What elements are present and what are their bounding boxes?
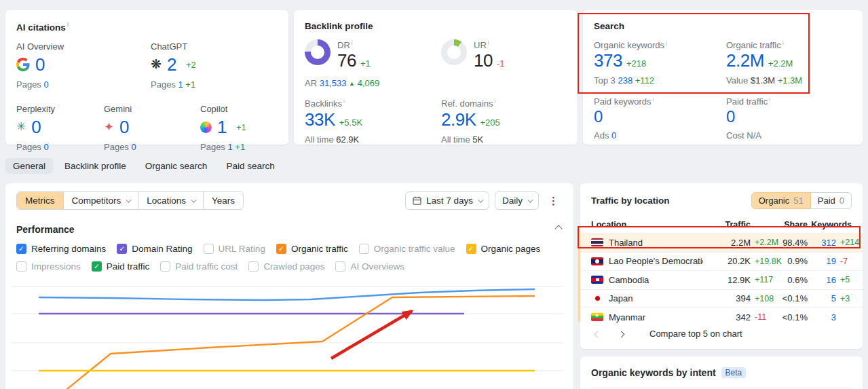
location-row-lao-people-s-democratic-reput[interactable]: Lao People's Democratic Reput20.2K+19.8K… (580, 252, 863, 271)
keywords-link[interactable]: 3 (808, 312, 836, 322)
paid-traffic-value: 0 (726, 107, 735, 126)
pages-count[interactable]: 0 (44, 142, 49, 152)
tab-backlink-profile[interactable]: Backlink profile (57, 158, 134, 174)
location-name: Cambodia (609, 275, 649, 285)
checkbox-label: Referring domains (31, 244, 106, 254)
checkbox-organic-traffic-value[interactable]: Organic traffic value (359, 244, 455, 254)
location-row-cambodia[interactable]: Cambodia12.9K+1170.6%16+5 (580, 270, 863, 289)
panel-title: Organic keywords by intent (591, 367, 716, 378)
location-name-cell: Thailand (591, 238, 703, 248)
ahrefs-rank: AR 31,533 ▲ 4,069 (305, 78, 441, 90)
traffic-delta: +117 (751, 275, 782, 284)
mm-flag-icon (591, 313, 603, 321)
organic-keywords-value[interactable]: 373 (594, 50, 622, 71)
segment-label: Years (212, 196, 235, 206)
ur-donut-chart (441, 39, 467, 65)
organic-keywords-metric: Organic keywordsi 373+218 Top 3 238 +112 (594, 39, 726, 86)
traffic-delta: +2.2M (751, 238, 782, 247)
location-table: Location Traffic Share Keywords Thailand… (591, 217, 852, 327)
keywords-link[interactable]: 16 (808, 275, 836, 285)
checked-checkbox-icon: ✓ (117, 244, 127, 254)
ai-item-chatgpt: ChatGPT ❋ 2 +2 Pages 1 +1 (151, 41, 196, 90)
copilot-icon (200, 122, 212, 133)
segment-label: Metrics (25, 196, 55, 206)
next-page-icon[interactable] (615, 326, 628, 341)
checkbox-domain-rating[interactable]: ✓Domain Rating (117, 244, 192, 254)
keywords-delta: +214 (836, 238, 852, 247)
tab-paid-search[interactable]: Paid search (219, 158, 282, 174)
segment-years[interactable]: Years (203, 192, 243, 209)
ads-count[interactable]: 0 (611, 130, 616, 141)
pages-count[interactable]: 0 (44, 79, 49, 90)
collapse-chevron-icon[interactable] (554, 225, 562, 232)
performance-panel: MetricsCompetitorsLocationsYears Last 7 … (5, 183, 573, 389)
segment-competitors[interactable]: Competitors (63, 192, 138, 209)
keywords-link[interactable]: 312 (808, 238, 836, 248)
beta-badge: Beta (721, 367, 747, 378)
info-icon: i (67, 21, 69, 28)
granularity-button[interactable]: Daily (495, 191, 539, 210)
location-row-myanmar[interactable]: Myanmar342-11<0.1%3 (580, 308, 863, 327)
up-triangle-icon: ▲ (349, 80, 355, 87)
segment-metrics[interactable]: Metrics (17, 192, 63, 209)
ai-item-perplexity: Perplexity ✳ 0 Pages 0 (16, 104, 104, 152)
segment-locations[interactable]: Locations (138, 192, 203, 209)
ai-item-gemini: Gemini ✦ 0 Pages 0 (104, 104, 200, 152)
checked-checkbox-icon: ✓ (466, 244, 476, 254)
chatgpt-icon: ❋ (151, 58, 162, 71)
filter-segmented-control: MetricsCompetitorsLocationsYears (16, 191, 244, 210)
info-icon: i (666, 39, 667, 46)
paid-traffic-metric: Paid traffici 0 Cost N/A (726, 96, 852, 140)
divider (591, 388, 852, 388)
pages-count[interactable]: 1 (178, 79, 183, 90)
traffic-value: 2.2M (703, 238, 751, 248)
backlinks-value[interactable]: 33K (305, 109, 335, 130)
th-flag-icon (591, 238, 603, 246)
ur-value: 10 (474, 50, 493, 71)
info-icon: i (495, 98, 496, 105)
organic-traffic-value[interactable]: 2.2M (726, 50, 764, 71)
ai-item-ai-overview: AI Overview 0 Pages 0 (16, 41, 151, 90)
card-title: AI citationsi (16, 21, 278, 33)
location-name: Thailand (609, 238, 643, 248)
ar-value[interactable]: 31,533 (320, 78, 347, 88)
top3-count[interactable]: 238 (618, 75, 633, 86)
organic-paid-toggle: Organic51 Paid0 (751, 192, 852, 209)
checkbox-organic-traffic[interactable]: ✓Organic traffic (276, 244, 348, 254)
pages-count[interactable]: 0 (132, 142, 136, 152)
location-name: Japan (609, 293, 633, 303)
location-row-thailand[interactable]: Thailand2.2M+2.2M98.4%312+214 (580, 233, 863, 252)
search-card: Search Organic keywordsi 373+218 Top 3 2… (583, 10, 863, 145)
traffic-delta: +19.8K (751, 257, 782, 266)
date-range-button[interactable]: Last 7 days (405, 191, 489, 210)
tab-general[interactable]: General (5, 158, 53, 174)
info-icon: i (352, 39, 353, 46)
organic-traffic-metric: Organic traffici 2.2M+2.2M Value $1.3M +… (726, 39, 852, 86)
info-icon: i (782, 39, 784, 46)
chevron-down-icon (191, 197, 196, 202)
backlinks-metric: Backlinksi 33K+5.5K All time 62.9K (305, 98, 441, 144)
ai-item-copilot: Copilot 1 +1 Pages 1 +1 (200, 104, 246, 152)
dr-value: 76 (337, 50, 356, 71)
paid-keywords-value: 0 (594, 107, 603, 126)
ref-domains-value[interactable]: 2.9K (441, 109, 476, 130)
kebab-menu-icon[interactable]: ⋮ (544, 193, 563, 208)
dr-donut-chart (305, 39, 331, 65)
checkbox-referring-domains[interactable]: ✓Referring domains (16, 244, 106, 254)
checkbox-organic-pages[interactable]: ✓Organic pages (466, 244, 541, 254)
prev-page-icon[interactable] (591, 326, 604, 341)
la-flag-icon (591, 257, 603, 265)
keywords-link[interactable]: 5 (808, 293, 836, 303)
info-icon: i (488, 39, 489, 46)
toggle-paid[interactable]: Paid0 (811, 192, 852, 209)
traffic-value: 342 (703, 312, 751, 322)
pages-count[interactable]: 1 (228, 142, 233, 152)
checkbox-url-rating[interactable]: URL Rating (204, 244, 265, 254)
chatgpt-value: 2 (167, 54, 176, 75)
location-row-japan[interactable]: Japan394+108<0.1%5+3 (580, 289, 863, 308)
location-name-cell: Lao People's Democratic Reput (591, 256, 703, 266)
tab-organic-search[interactable]: Organic search (138, 158, 215, 174)
info-icon: i (343, 98, 345, 105)
toggle-organic[interactable]: Organic51 (751, 192, 811, 209)
keywords-link[interactable]: 19 (808, 256, 836, 266)
